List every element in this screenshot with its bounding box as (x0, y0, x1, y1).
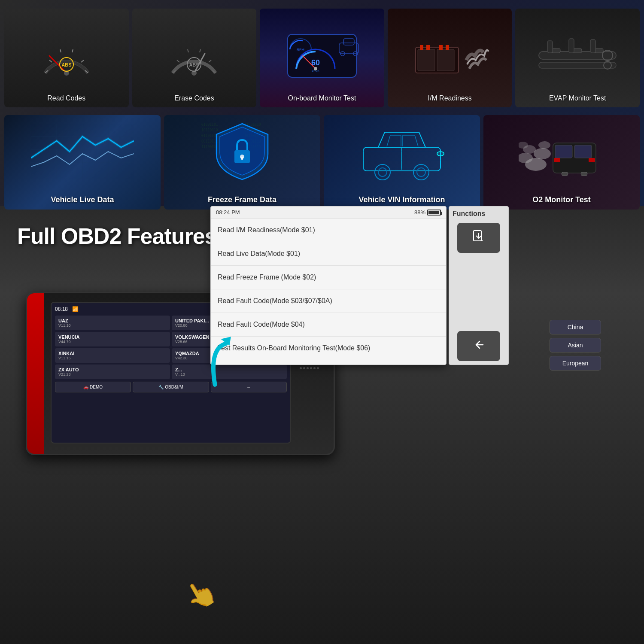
gauge-abs-on-icon: ABS (39, 32, 94, 84)
back-icon (471, 337, 486, 355)
svg-rect-44 (547, 41, 553, 53)
svg-text:60: 60 (311, 58, 320, 67)
feature-card-freeze-frame[interactable]: 01001101 10110010 01101001 11001010 0101… (164, 115, 320, 210)
screen-bottom-buttons: 🚗 DEMO 🔧 OBD&I/M ← (55, 382, 287, 392)
svg-rect-79 (554, 158, 560, 162)
svg-rect-32 (437, 49, 454, 71)
wifi-icon: 📶 (72, 306, 79, 312)
asian-button[interactable]: Asian (550, 338, 601, 352)
exhaust-icon (407, 30, 493, 86)
svg-rect-82 (581, 172, 587, 176)
screen-item-zx-auto[interactable]: ZX AUTO V21.23 (55, 365, 170, 379)
functions-back-button[interactable] (457, 331, 500, 361)
speaker-dot (307, 367, 309, 369)
svg-rect-78 (574, 145, 592, 158)
demo-label: DEMO (90, 385, 103, 389)
feature-card-read-codes[interactable]: ABS Read Codes (4, 9, 129, 107)
menu-item-live-data-text: Read Live Data(Mode $01) (218, 250, 300, 257)
live-data-icon-area (4, 115, 161, 188)
battery-percentage: 88% (414, 209, 425, 216)
svg-rect-43 (595, 49, 603, 53)
exhaust-smoke-icon (519, 122, 605, 182)
popup-battery-area: 88% (414, 209, 441, 216)
feature-card-erase-codes[interactable]: ABS Erase Codes (132, 9, 257, 107)
card-icon-area: ABS (132, 21, 257, 94)
pipes-icon (535, 30, 620, 86)
asian-label: Asian (568, 342, 583, 349)
functions-export-button[interactable] (457, 223, 500, 253)
svg-text:ABS: ABS (61, 62, 71, 67)
european-label: European (562, 360, 589, 367)
menu-item-im-readiness-text: Read I/M Readiness(Mode $01) (218, 226, 315, 234)
svg-rect-89 (474, 231, 481, 241)
screen-item-xinkai[interactable]: XINKAI V11.15 (55, 348, 170, 363)
freeze-frame-icon-area: 01001101 10110010 01101001 11001010 0101… (164, 115, 320, 188)
bottom-features-grid: Vehicle Live Data 01001101 10110010 0110… (0, 115, 644, 210)
onboard-monitor-label: On-board Monitor Test (260, 94, 384, 102)
read-codes-label: Read Codes (4, 94, 129, 102)
speaker-dot (317, 367, 319, 369)
screen-item-uaz-name: UAZ (58, 318, 167, 323)
vin-information-label: Vehicle VIN Information (324, 195, 480, 204)
svg-point-85 (534, 148, 551, 159)
erase-codes-label: Erase Codes (132, 94, 257, 102)
card-bg: Vehicle Live Data (4, 115, 161, 210)
feature-card-o2-monitor[interactable]: O2 Monitor Test (483, 115, 640, 210)
card-bg: I/M Readiness (388, 9, 512, 107)
export-icon (471, 229, 486, 247)
functions-panel-title: Functions (453, 210, 485, 218)
demo-car-icon: 🚗 (83, 385, 88, 389)
feature-card-im-readiness[interactable]: I/M Readiness (388, 9, 512, 107)
svg-rect-34 (426, 45, 430, 50)
feature-card-live-data[interactable]: Vehicle Live Data (4, 115, 161, 210)
card-icon-area (515, 21, 640, 94)
speaker-dot (310, 367, 312, 369)
popup-dialog: 08:24 PM 88% Read I/M Readiness(Mode $01… (210, 206, 447, 365)
svg-point-68 (378, 168, 387, 176)
svg-text:01001101: 01001101 (201, 123, 218, 127)
top-features-grid: ABS Read Codes (0, 9, 644, 107)
feature-card-evap-monitor[interactable]: EVAP Monitor Test (515, 9, 640, 107)
card-bg: ABS Read Codes (4, 9, 129, 107)
speaker-dot (303, 367, 305, 369)
screen-item-venucia[interactable]: VENUCIA V44.70 (55, 332, 170, 346)
screen-item-xinkai-name: XINKAI (58, 351, 167, 356)
european-button[interactable]: European (550, 356, 601, 371)
obd2-features-title: Full OBD2 Features (17, 223, 217, 249)
obd-button[interactable]: 🔧 OBD&I/M (133, 382, 209, 392)
popup-time: 08:24 PM (216, 209, 240, 216)
card-bg: 60 km/h RPM On-board Monitor Test (260, 9, 384, 107)
card-bg: EVAP Monitor Test (515, 9, 640, 107)
screen-item-uaz[interactable]: UAZ V11.10 (55, 316, 170, 330)
card-icon-area: ABS (4, 21, 129, 94)
popup-header: 08:24 PM 88% (211, 207, 446, 219)
menu-item-fault-code-mode03[interactable]: Read Fault Code(Mode $03/$07/$0A) (211, 289, 446, 313)
menu-item-freeze-frame[interactable]: Read Freeze Frame (Mode $02) (211, 266, 446, 289)
speaker-dot (300, 367, 302, 369)
screen-item-xinkai-version: V11.15 (58, 356, 167, 360)
svg-rect-45 (569, 39, 574, 53)
dashboard-icon: 60 km/h RPM (279, 30, 365, 86)
svg-point-87 (538, 141, 550, 149)
svg-text:11100001: 11100001 (201, 145, 218, 149)
menu-item-im-readiness[interactable]: Read I/M Readiness(Mode $01) (211, 219, 446, 242)
menu-item-live-data[interactable]: Read Live Data(Mode $01) (211, 242, 446, 266)
speaker-dot (313, 367, 316, 369)
feature-card-onboard-monitor[interactable]: 60 km/h RPM On-board Monitor Test (260, 9, 384, 107)
card-bg: 01001101 10110010 01101001 11001010 0101… (164, 115, 320, 210)
svg-rect-65 (241, 157, 243, 160)
feature-card-vin-information[interactable]: Vehicle VIN Information (324, 115, 480, 210)
svg-line-2 (60, 49, 61, 52)
card-icon-area: 60 km/h RPM (260, 21, 384, 94)
svg-rect-46 (590, 39, 595, 53)
svg-point-70 (417, 168, 425, 176)
scanner-red-stripe (27, 293, 44, 454)
svg-rect-31 (418, 49, 435, 71)
china-button[interactable]: China (550, 320, 601, 334)
functions-panel: Functions (449, 206, 509, 365)
svg-text:10110010: 10110010 (201, 128, 218, 132)
demo-button[interactable]: 🚗 DEMO (55, 382, 131, 392)
battery-icon (427, 210, 441, 216)
svg-text:01101001: 01101001 (201, 134, 218, 138)
menu-item-fault-code-mode04[interactable]: Read Fault Code(Mode $04) (211, 313, 446, 337)
